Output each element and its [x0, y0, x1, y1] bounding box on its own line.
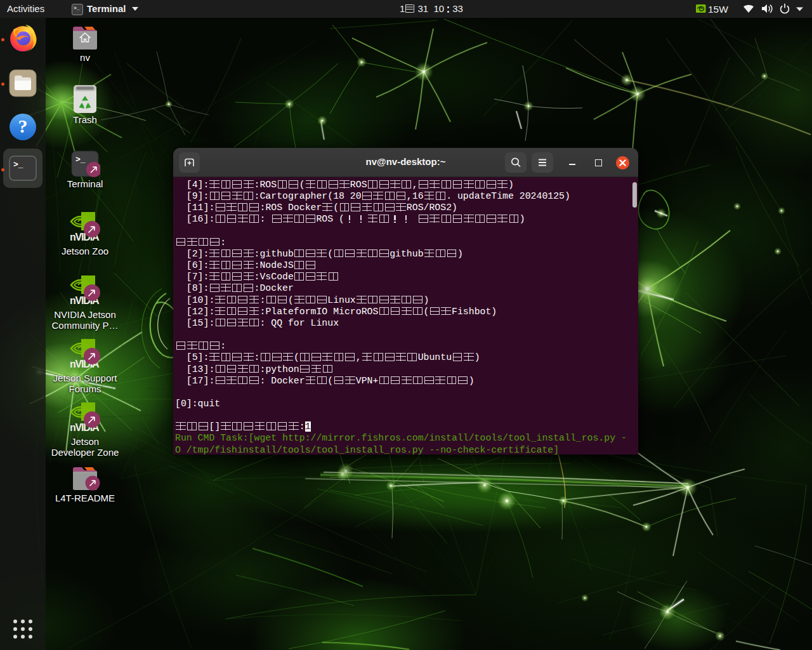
svg-text:>_: >_ [13, 160, 23, 169]
svg-text:?: ? [18, 116, 28, 136]
svg-text:>_: >_ [75, 155, 86, 164]
svg-text:15W: 15W [708, 4, 728, 15]
